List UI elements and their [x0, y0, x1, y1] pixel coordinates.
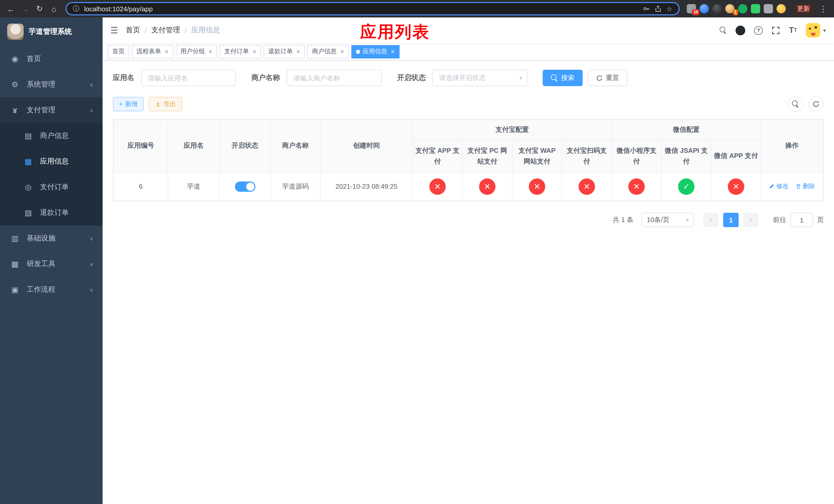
config-status-icon: ✕	[578, 178, 595, 194]
breadcrumb-separator: /	[185, 26, 187, 35]
extension-dark-icon[interactable]	[712, 4, 722, 13]
chevron-down-icon: ∨	[89, 235, 93, 241]
extension-puzzle-icon[interactable]: 10	[687, 4, 696, 13]
edit-button[interactable]: 修改	[769, 182, 788, 191]
payment-submenu: ▤ 商户信息 ▦ 应用信息 ◎ 支付订单 ▧ 退款订单	[0, 123, 103, 226]
user-avatar	[806, 23, 820, 38]
caret-down-icon: ▾	[519, 75, 522, 81]
page-size-select[interactable]: 10条/页 ▾	[642, 213, 694, 227]
close-icon[interactable]: ×	[164, 48, 169, 55]
chrome-update-button[interactable]: 更新	[791, 2, 815, 15]
close-icon[interactable]: ×	[297, 48, 300, 55]
sidebar-item-system[interactable]: ⚙ 系统管理 ∨	[0, 72, 103, 97]
prev-page-button[interactable]: ‹	[703, 213, 719, 227]
hamburger-icon[interactable]: ☰	[103, 25, 126, 36]
breadcrumb-payment[interactable]: 支付管理	[151, 26, 180, 35]
tab-home[interactable]: 首页	[108, 45, 129, 58]
tab-user-group[interactable]: 用户分组 ×	[176, 45, 217, 58]
search-button[interactable]: 搜索	[543, 70, 583, 86]
sidebar-item-label: 支付管理	[27, 106, 56, 115]
share-icon[interactable]	[655, 5, 662, 12]
close-icon[interactable]: ×	[253, 48, 256, 55]
chevron-up-icon: ∧	[89, 108, 93, 113]
extension-emoji-icon[interactable]	[776, 4, 786, 13]
navbar-actions: ? TT ▾	[720, 23, 834, 38]
goto-page-input[interactable]	[790, 213, 813, 227]
bookmark-star-icon[interactable]: ☆	[666, 5, 673, 13]
sidebar-item-pay-order[interactable]: ◎ 支付订单	[0, 174, 103, 200]
col-merchant: 商户名称	[270, 120, 320, 172]
col-alipay-qr: 支付宝扫码支付	[562, 140, 612, 172]
home-icon[interactable]: ⌂	[47, 2, 61, 15]
pencil-icon	[769, 184, 774, 189]
close-icon[interactable]: ×	[208, 48, 212, 55]
tab-merchant-info[interactable]: 商户信息 ×	[307, 45, 349, 58]
extension-drop-icon[interactable]	[700, 4, 709, 13]
app-table: 应用编号 应用名 开启状态 商户名称 创建时间 支付宝配置 微信配置 操作 支付…	[113, 119, 824, 202]
forward-icon[interactable]: →	[19, 2, 32, 15]
search-icon[interactable]	[720, 27, 727, 34]
status-toggle[interactable]	[235, 181, 255, 191]
password-key-icon[interactable]	[643, 5, 650, 12]
breadcrumb-current: 应用信息	[191, 26, 220, 35]
delete-button[interactable]: 删除	[795, 182, 815, 191]
reload-icon[interactable]: ↻	[33, 2, 46, 15]
url-bar[interactable]: ⓘ localhost:1024/pay/app ☆	[66, 2, 680, 15]
sidebar-item-payment[interactable]: ¥ 支付管理 ∧	[0, 97, 103, 123]
export-button[interactable]: 导出	[149, 97, 182, 111]
cell-actions: 修改 删除	[761, 172, 823, 201]
page-number[interactable]: 1	[723, 213, 739, 227]
extension-green-check-icon[interactable]	[738, 4, 747, 13]
trash-icon	[795, 184, 801, 189]
tab-refund-order[interactable]: 退款订单 ×	[264, 45, 305, 58]
close-icon[interactable]: ×	[340, 48, 344, 55]
sidebar-item-label: 首页	[27, 54, 41, 64]
app-name-input[interactable]	[141, 70, 236, 86]
tab-pay-order[interactable]: 支付订单 ×	[220, 45, 261, 58]
sidebar-item-devtools[interactable]: ▩ 研发工具 ∨	[0, 251, 103, 277]
fullscreen-icon[interactable]	[771, 26, 780, 35]
extension-puzzle2-icon[interactable]	[764, 4, 773, 13]
browser-menu-icon[interactable]: ⋮	[816, 4, 830, 14]
merchant-name-input[interactable]	[287, 70, 381, 86]
sidebar-item-workflow[interactable]: ▣ 工作流程 ∨	[0, 277, 103, 302]
extension-avatar-icon[interactable]: 1	[725, 4, 734, 13]
sidebar-item-home[interactable]: ◉ 首页	[0, 46, 103, 72]
toggle-search-button[interactable]	[788, 96, 803, 112]
total-count: 共 1 条	[613, 215, 633, 225]
col-wechat-app: 微信 APP 支付	[711, 140, 761, 172]
tab-app-info[interactable]: 应用信息 ×	[351, 45, 399, 58]
sidebar-item-app-info[interactable]: ▦ 应用信息	[0, 149, 103, 174]
reset-button[interactable]: 重置	[588, 70, 627, 86]
sidebar-item-refund-order[interactable]: ▧ 退款订单	[0, 200, 103, 226]
url-text: localhost:1024/pay/app	[84, 5, 153, 13]
screen: ← → ↻ ⌂ ⓘ localhost:1024/pay/app ☆ 10 1	[0, 0, 834, 504]
refresh-table-button[interactable]	[808, 96, 824, 112]
cell-status	[219, 172, 270, 201]
github-icon[interactable]	[736, 25, 745, 35]
cell-merchant: 芋道源码	[270, 172, 320, 201]
next-page-button[interactable]: ›	[743, 213, 759, 227]
filter-form: 应用名 商户名称 开启状态 请选择开启状态 ▾ 搜索	[113, 70, 824, 86]
help-icon[interactable]: ?	[754, 26, 763, 35]
extension-badge: 10	[692, 9, 700, 15]
status-label: 开启状态	[397, 73, 426, 83]
back-icon[interactable]: ←	[4, 2, 18, 15]
col-alipay-wap: 支付宝 WAP 网站支付	[512, 140, 562, 172]
sidebar-item-infra[interactable]: ▥ 基础设施 ∨	[0, 226, 103, 251]
sidebar-item-merchant-info[interactable]: ▤ 商户信息	[0, 123, 103, 149]
app-name-label: 应用名	[113, 73, 134, 83]
user-menu[interactable]: ▾	[806, 23, 826, 38]
status-select[interactable]: 请选择开启状态 ▾	[432, 70, 527, 86]
page-annotation: 应用列表	[360, 21, 430, 44]
close-icon[interactable]: ×	[391, 48, 395, 55]
goto-suffix: 页	[817, 215, 824, 225]
page-info-icon[interactable]: ⓘ	[73, 4, 80, 13]
monitor-icon: ▥	[10, 234, 20, 243]
sidebar-item-label: 研发工具	[27, 259, 56, 269]
tab-process-form[interactable]: 流程表单 ×	[132, 45, 173, 58]
add-button[interactable]: + 新增	[113, 97, 144, 111]
extension-chat-icon[interactable]	[751, 4, 760, 13]
font-size-icon[interactable]: TT	[789, 26, 797, 35]
breadcrumb-home[interactable]: 首页	[126, 26, 140, 35]
